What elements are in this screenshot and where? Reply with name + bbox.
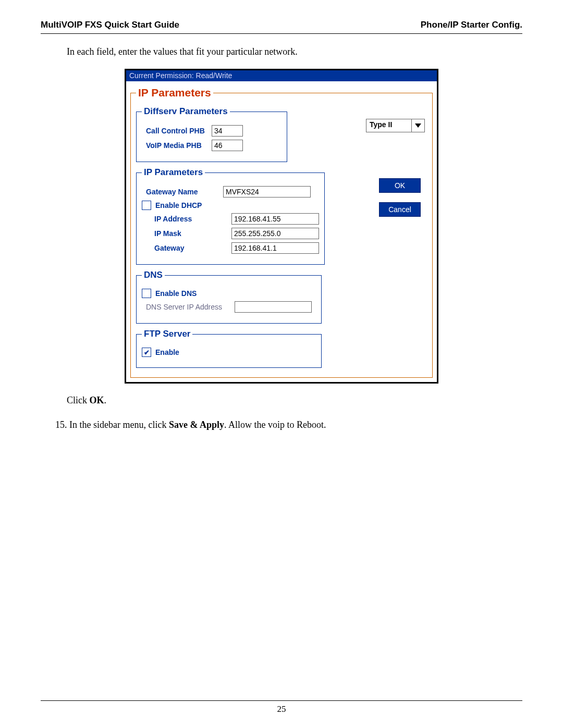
ftp-enable-checkbox[interactable]: ✔ bbox=[142, 348, 151, 357]
step-15: 15. In the sidebar menu, click Save & Ap… bbox=[55, 419, 522, 430]
gateway-label: Gateway bbox=[142, 244, 231, 252]
type-dropdown[interactable]: Type II bbox=[366, 119, 425, 132]
click-ok-suffix: . bbox=[104, 395, 107, 405]
call-control-phb-input[interactable] bbox=[212, 125, 243, 137]
enable-dns-checkbox[interactable] bbox=[142, 289, 151, 298]
type-dropdown-value: Type II bbox=[366, 119, 411, 132]
diffserv-legend: Diffserv Parameters bbox=[142, 106, 230, 117]
call-control-phb-label: Call Control PHB bbox=[142, 127, 212, 135]
step-15-suffix: . Allow the voip to Reboot. bbox=[224, 419, 326, 430]
ok-button[interactable]: OK bbox=[379, 178, 421, 193]
permission-statusbar: Current Permission: Read/Write bbox=[126, 70, 437, 81]
click-ok-bold: OK bbox=[90, 395, 104, 405]
cancel-button[interactable]: Cancel bbox=[379, 202, 421, 217]
dns-legend: DNS bbox=[142, 270, 165, 280]
step-15-num: 15. bbox=[55, 419, 67, 430]
click-ok-prefix: Click bbox=[67, 395, 90, 405]
ip-address-input[interactable] bbox=[231, 213, 319, 225]
ip-mask-input[interactable] bbox=[231, 228, 319, 239]
ftp-enable-label: Enable bbox=[155, 348, 179, 356]
dialog-body: IP Parameters Type II OK Cancel Diffserv… bbox=[126, 81, 437, 382]
ip-sub-legend: IP Parameters bbox=[142, 167, 205, 178]
svg-marker-0 bbox=[415, 124, 421, 128]
enable-dhcp-checkbox[interactable] bbox=[142, 201, 151, 210]
document-page: MultiVOIP FXS Quick Start Guide Phone/IP… bbox=[0, 0, 563, 728]
ip-sub-group: IP Parameters Gateway Name Enable DHCP I… bbox=[136, 167, 325, 265]
enable-dns-label: Enable DNS bbox=[155, 289, 197, 298]
step-15-prefix: In the sidebar menu, click bbox=[67, 419, 169, 430]
diffserv-group: Diffserv Parameters Call Control PHB VoI… bbox=[136, 106, 287, 162]
gateway-name-input[interactable] bbox=[223, 186, 311, 198]
dns-group: DNS Enable DNS DNS Server IP Address bbox=[136, 270, 322, 324]
voip-media-phb-label: VoIP Media PHB bbox=[142, 141, 212, 150]
ip-parameters-legend: IP Parameters bbox=[136, 87, 213, 99]
ftp-group: FTP Server ✔ Enable bbox=[136, 329, 322, 368]
gateway-input[interactable] bbox=[231, 242, 319, 254]
voip-media-phb-input[interactable] bbox=[212, 140, 243, 151]
click-ok-instruction: Click OK. bbox=[67, 395, 522, 406]
dialog-buttons: OK Cancel bbox=[379, 178, 421, 217]
dns-server-label: DNS Server IP Address bbox=[142, 303, 235, 311]
ip-mask-label: IP Mask bbox=[142, 229, 231, 238]
ip-parameters-dialog: Current Permission: Read/Write IP Parame… bbox=[125, 69, 438, 384]
intro-text: In each field, enter the values that fit… bbox=[67, 46, 522, 57]
gateway-name-label: Gateway Name bbox=[142, 188, 223, 196]
ip-address-label: IP Address bbox=[142, 215, 231, 223]
ip-parameters-group: IP Parameters Type II OK Cancel Diffserv… bbox=[130, 87, 433, 378]
footer-rule bbox=[41, 700, 522, 701]
chevron-down-icon bbox=[411, 119, 424, 132]
ftp-legend: FTP Server bbox=[142, 329, 192, 339]
page-header: MultiVOIP FXS Quick Start Guide Phone/IP… bbox=[41, 20, 522, 34]
step-15-bold: Save & Apply bbox=[169, 419, 224, 430]
header-right: Phone/IP Starter Config. bbox=[421, 20, 522, 30]
dns-server-input[interactable] bbox=[235, 301, 312, 313]
enable-dhcp-label: Enable DHCP bbox=[155, 201, 202, 209]
header-left: MultiVOIP FXS Quick Start Guide bbox=[41, 20, 179, 30]
page-number: 25 bbox=[0, 704, 563, 714]
